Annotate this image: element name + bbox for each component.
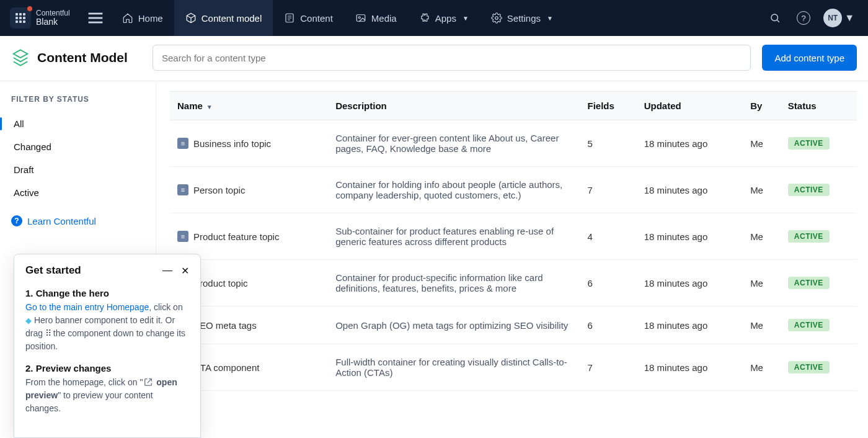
page-title: Content Model [37,50,128,65]
help-icon: ? [797,11,810,25]
status-badge: ACTIVE [788,319,830,331]
nav-item-settings[interactable]: Settings ▼ [480,0,564,36]
status-badge: ACTIVE [788,277,830,289]
row-name: Person topic [193,185,245,195]
minimize-button[interactable]: — [162,265,172,277]
svg-line-8 [777,20,779,22]
row-fields: 5 [580,120,636,167]
top-nav: Contentful Blank Home Content model Cont… [0,0,868,36]
row-fields: 4 [580,213,636,260]
table-row[interactable]: ≡Person topicContainer for holding info … [170,167,857,213]
col-description[interactable]: Description [328,92,580,120]
learn-contentful-link[interactable]: ? Learn Contentful [11,215,144,226]
external-link-icon [144,378,153,387]
row-updated: 18 minutes ago [637,306,743,344]
nav-item-apps[interactable]: Apps ▼ [408,0,480,36]
nav-label: Content [300,13,333,24]
home-icon [122,12,133,24]
chevron-down-icon: ▼ [547,15,553,22]
row-name: SEO meta tags [193,320,257,331]
sort-icon: ▼ [206,104,213,110]
content-icon [284,12,295,24]
content-model-page-icon [11,48,30,67]
row-description: Open Graph (OG) meta tags for optimizing… [328,306,580,344]
col-fields[interactable]: Fields [580,92,636,120]
row-updated: 18 minutes ago [637,213,743,260]
top-right-controls: ? NT ▼ [766,9,863,27]
help-button[interactable]: ? [795,9,812,27]
popup-title: Get started [25,264,81,277]
search-button[interactable] [766,9,784,27]
row-description: Full-width container for creating visual… [328,344,580,391]
diamond-icon: ◆ [25,316,32,325]
space-selector[interactable]: Contentful Blank [36,9,70,27]
content-model-icon [185,12,197,24]
app-switcher-button[interactable] [10,7,31,29]
nav-items: Home Content model Content Media Apps ▼ … [111,0,564,36]
notification-dot-icon [27,6,32,11]
nav-item-content[interactable]: Content [273,0,344,36]
table-row[interactable]: ≡Product topicContainer for product-spec… [170,260,857,306]
status-badge: ACTIVE [788,361,830,373]
col-by[interactable]: By [743,92,781,120]
row-description: Sub-container for product features enabl… [328,213,580,260]
filter-item-active[interactable]: Active [11,181,144,204]
row-fields: 7 [580,344,636,391]
svg-point-6 [495,17,498,20]
row-updated: 18 minutes ago [637,167,743,213]
step2-title: 2. Preview changes [25,363,189,373]
svg-point-7 [771,14,778,21]
table-row[interactable]: ≡SEO meta tagsOpen Graph (OG) meta tags … [170,306,857,344]
chevron-down-icon: ▼ [463,15,469,22]
search-input[interactable] [153,45,751,71]
row-by: Me [743,344,781,391]
filter-item-draft[interactable]: Draft [11,158,144,181]
col-updated[interactable]: Updated [637,92,743,120]
status-badge: ACTIVE [788,184,830,196]
row-name: Business info topic [193,138,271,149]
content-types-table: Name▼ Description Fields Updated By Stat… [170,91,857,391]
row-by: Me [743,167,781,213]
content-table-region: Name▼ Description Fields Updated By Stat… [156,81,868,437]
table-row[interactable]: ≡CTA componentFull-width container for c… [170,344,857,391]
row-name: CTA component [193,362,259,373]
avatar: NT [823,9,842,27]
sidebar-toggle-button[interactable] [85,7,106,29]
get-started-popup: Get started — ✕ 1. Change the hero Go to… [14,254,201,438]
nav-label: Settings [507,13,541,24]
nav-label: Content model [202,13,262,24]
nav-label: Media [371,13,397,24]
table-row[interactable]: ≡Product feature topicSub-container for … [170,213,857,260]
nav-item-media[interactable]: Media [344,0,408,36]
row-name: Product topic [193,278,248,288]
col-name[interactable]: Name▼ [170,92,328,120]
status-badge: ACTIVE [788,137,830,150]
filter-item-changed[interactable]: Changed [11,135,144,158]
col-status[interactable]: Status [781,92,857,120]
row-updated: 18 minutes ago [637,344,743,391]
row-updated: 18 minutes ago [637,120,743,167]
homepage-link[interactable]: Go to the main entry Homepage [25,302,149,312]
nav-label: Home [138,13,163,24]
table-row[interactable]: ≡Business info topicContainer for ever-g… [170,120,857,167]
step2-body: From the homepage, click on " open previ… [25,376,189,415]
step1-title: 1. Change the hero [25,288,189,298]
row-description: Container for holding info about people … [328,167,580,213]
nav-item-home[interactable]: Home [111,0,174,36]
row-fields: 6 [580,260,636,306]
nav-label: Apps [435,13,456,24]
nav-item-content-model[interactable]: Content model [174,0,273,36]
add-content-type-button[interactable]: Add content type [762,45,857,71]
org-name: Contentful [36,9,70,17]
user-menu-button[interactable]: NT ▼ [823,9,854,27]
question-icon: ? [11,215,22,226]
filter-list: All Changed Draft Active [11,112,144,204]
page-header: Content Model Add content type [0,36,868,81]
filter-item-all[interactable]: All [11,112,144,135]
content-type-icon: ≡ [177,138,188,149]
row-fields: 6 [580,306,636,344]
chevron-down-icon: ▼ [844,12,854,24]
row-description: Container for ever-green content like Ab… [328,120,580,167]
close-button[interactable]: ✕ [181,265,189,277]
row-fields: 7 [580,167,636,213]
